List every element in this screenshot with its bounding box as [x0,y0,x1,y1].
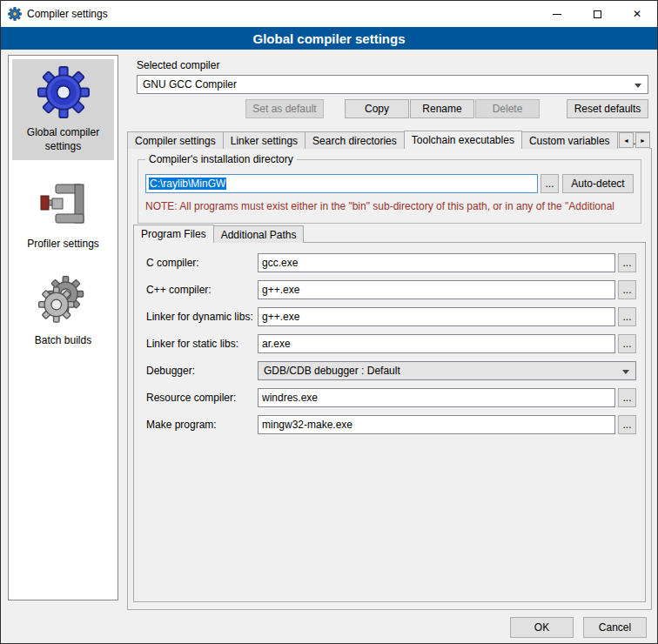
static-linker-input[interactable] [258,334,615,353]
clamp-icon [40,178,87,230]
browse-directory-button[interactable]: ... [540,174,559,193]
chevron-down-icon [622,370,629,374]
sidebar-item-label: Batch builds [14,334,112,348]
selected-compiler-label: Selected compiler [137,59,219,71]
c-compiler-row: C compiler: ... [146,253,636,272]
cpp-compiler-input[interactable] [258,280,615,299]
browse-button[interactable]: ... [618,280,636,299]
chevron-down-icon [634,84,641,88]
tab-scroll-right-button[interactable]: ► [635,132,650,148]
browse-button[interactable]: ... [618,388,636,407]
browse-button[interactable]: ... [618,334,636,353]
tab-custom-variables[interactable]: Custom variables [521,131,618,149]
auto-detect-button[interactable]: Auto-detect [562,174,634,193]
app-icon [8,7,22,21]
installation-directory-row: C:\raylib\MinGW ... Auto-detect [145,174,634,193]
sidebar-item-label: Global compiler settings [14,126,112,153]
tab-linker-settings[interactable]: Linker settings [223,131,306,149]
copy-button[interactable]: Copy [345,99,409,118]
toolchain-subtabs: Program Files Additional Paths [133,225,304,243]
browse-button[interactable]: ... [618,307,636,326]
browse-button[interactable]: ... [618,253,636,272]
window-title: Compiler settings [27,8,108,20]
main-tabs: Compiler settings Linker settings Search… [127,131,652,149]
selected-compiler-value: GNU GCC Compiler [143,78,237,91]
group-title: Compiler's installation directory [145,153,297,165]
blue-gear-icon [37,66,90,118]
scroll-right-icon: ► [640,138,646,144]
make-program-row: Make program: ... [146,415,636,434]
gray-gears-icon [38,276,89,326]
minimize-button[interactable] [537,1,577,27]
program-files-panel: C compiler: ... C++ compiler: ... Linker… [133,242,646,602]
page-title: Global compiler settings [1,27,657,50]
field-label: Linker for dynamic libs: [146,311,258,323]
close-button[interactable]: ✕ [617,1,657,27]
close-icon: ✕ [633,8,641,20]
scroll-left-icon: ◄ [623,138,629,144]
tab-scroll-buttons: ◄ ► [617,132,650,148]
dynamic-linker-input[interactable] [258,307,615,326]
resource-compiler-input[interactable] [258,388,615,407]
debugger-row: Debugger: GDB/CDB debugger : Default [146,361,636,380]
sidebar-item-global-compiler-settings[interactable]: Global compiler settings [12,59,114,160]
cancel-button[interactable]: Cancel [583,617,647,638]
field-label: Debugger: [146,365,258,377]
subtab-program-files[interactable]: Program Files [133,225,214,243]
note-text: NOTE: All programs must exist either in … [145,200,640,212]
compiler-settings-dialog: Compiler settings ✕ Global compiler sett… [0,0,658,644]
subtab-additional-paths[interactable]: Additional Paths [213,225,305,243]
selected-compiler-select[interactable]: GNU GCC Compiler [137,75,648,94]
dynamic-linker-row: Linker for dynamic libs: ... [146,307,636,326]
browse-button[interactable]: ... [618,415,636,434]
debugger-value: GDB/CDB debugger : Default [264,365,400,377]
maximize-icon [594,10,601,18]
toolchain-executables-panel: Compiler's installation directory C:\ray… [127,148,652,610]
tab-toolchain-executables[interactable]: Toolchain executables [404,131,522,149]
set-as-default-button[interactable]: Set as default [245,99,324,118]
sidebar-item-label: Profiler settings [14,238,112,252]
sidebar-item-profiler-settings[interactable]: Profiler settings [12,171,114,258]
rename-button[interactable]: Rename [410,99,474,118]
tab-search-directories[interactable]: Search directories [305,131,405,149]
installation-directory-group: Compiler's installation directory C:\ray… [138,159,641,224]
field-label: Make program: [146,419,258,431]
field-label: C compiler: [146,257,258,269]
resource-compiler-row: Resource compiler: ... [146,388,636,407]
ok-button[interactable]: OK [510,617,574,638]
reset-defaults-button[interactable]: Reset defaults [567,99,648,118]
selected-path-text: C:\raylib\MinGW [149,178,226,190]
static-linker-row: Linker for static libs: ... [146,334,636,353]
sidebar-item-batch-builds[interactable]: Batch builds [12,269,114,355]
cpp-compiler-row: C++ compiler: ... [146,280,636,299]
installation-directory-input[interactable]: C:\raylib\MinGW [145,174,538,193]
minimize-icon [553,14,561,15]
field-label: Resource compiler: [146,392,258,404]
make-program-input[interactable] [258,415,615,434]
tab-scroll-left-button[interactable]: ◄ [619,132,634,148]
window-controls: ✕ [537,1,657,27]
tab-compiler-settings[interactable]: Compiler settings [127,131,224,149]
delete-button[interactable]: Delete [475,99,540,118]
field-label: C++ compiler: [146,284,258,296]
maximize-button[interactable] [577,1,617,27]
field-label: Linker for static libs: [146,338,258,350]
debugger-select[interactable]: GDB/CDB debugger : Default [258,361,636,380]
c-compiler-input[interactable] [258,253,615,272]
categories-sidebar: Global compiler settings Profiler settin… [8,55,118,600]
titlebar[interactable]: Compiler settings ✕ [1,1,657,27]
